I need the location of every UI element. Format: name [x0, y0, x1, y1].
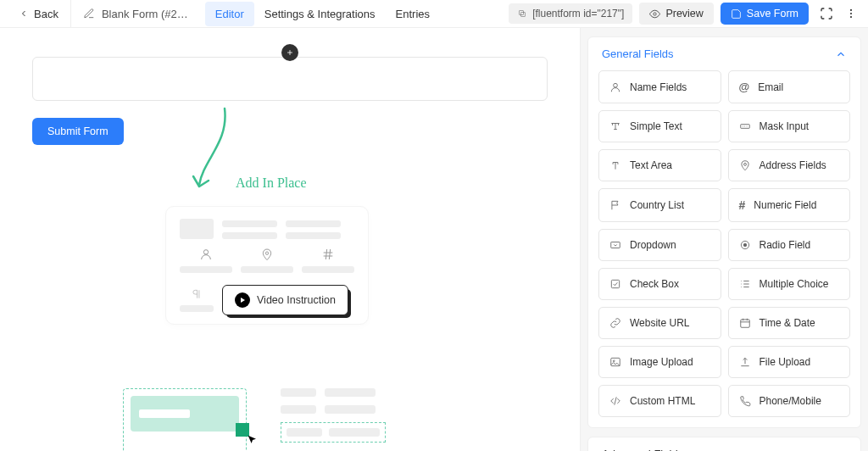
- chevron-down-icon: [835, 448, 847, 452]
- field-item-phone-mobile[interactable]: Phone/Mobile: [728, 385, 851, 417]
- user-icon: [609, 81, 621, 93]
- svg-point-5: [850, 16, 852, 18]
- back-label: Back: [34, 8, 58, 20]
- preview-card: Video Instruction: [165, 206, 369, 325]
- svg-point-7: [265, 252, 268, 254]
- field-item-file-upload[interactable]: File Upload: [728, 346, 851, 378]
- tab-entries[interactable]: Entries: [386, 2, 440, 26]
- save-icon: [731, 8, 742, 19]
- upload-icon: [739, 356, 751, 368]
- field-item-time-date[interactable]: Time & Date: [728, 307, 851, 339]
- svg-point-17: [613, 360, 615, 362]
- field-item-image-upload[interactable]: Image Upload: [598, 346, 721, 378]
- preview-button[interactable]: Preview: [639, 3, 713, 25]
- at-icon: @: [739, 81, 750, 93]
- link-icon: [609, 317, 621, 329]
- editor-canvas[interactable]: Submit Form Add In Place Video Instructi…: [0, 28, 580, 451]
- tab-editor[interactable]: Editor: [205, 2, 254, 26]
- svg-rect-0: [521, 13, 526, 17]
- pin-icon: [739, 159, 751, 171]
- svg-rect-11: [611, 242, 620, 248]
- general-fields-title: General Fields: [602, 47, 674, 60]
- form-drop-area[interactable]: [32, 57, 548, 101]
- back-button[interactable]: Back: [7, 0, 71, 27]
- copy-icon: [517, 8, 527, 19]
- top-tabs: Editor Settings & Integrations Entries: [205, 2, 440, 26]
- play-icon: [235, 292, 250, 308]
- video-label: Video Instruction: [257, 294, 336, 306]
- field-item-address-fields[interactable]: Address Fields: [728, 149, 851, 181]
- expand-icon: [820, 7, 833, 20]
- annotation-arrow: [186, 100, 237, 204]
- general-fields-header[interactable]: General Fields: [588, 37, 860, 70]
- plus-icon: [286, 48, 294, 57]
- paragraph-icon: [191, 288, 203, 300]
- preview-label: Preview: [665, 8, 703, 19]
- save-form-button[interactable]: Save Form: [721, 3, 809, 25]
- text-icon: [609, 120, 621, 132]
- list-icon: [739, 278, 751, 290]
- svg-point-8: [614, 83, 618, 87]
- chevron-up-icon: [835, 48, 847, 60]
- svg-rect-14: [611, 280, 619, 287]
- form-title: Blank Form (#2…: [102, 8, 188, 20]
- more-vertical-icon: [845, 8, 857, 19]
- edit-icon: [83, 8, 95, 19]
- field-item-email[interactable]: @Email: [728, 70, 851, 103]
- field-item-custom-html[interactable]: Custom HTML: [598, 385, 721, 417]
- advanced-fields-title: Advanced Fields: [602, 448, 683, 451]
- svg-point-4: [850, 13, 852, 14]
- eye-icon: [649, 8, 660, 19]
- field-item-radio-field[interactable]: Radio Field: [728, 229, 851, 261]
- add-field-button[interactable]: [281, 44, 298, 61]
- textarea-icon: [609, 159, 621, 171]
- shortcode-copy[interactable]: [fluentform id="217"]: [509, 3, 632, 24]
- field-item-dropdown[interactable]: Dropdown: [598, 229, 721, 261]
- user-icon: [199, 248, 213, 261]
- svg-rect-15: [740, 320, 749, 327]
- field-item-website-url[interactable]: Website URL: [598, 307, 721, 339]
- svg-rect-1: [520, 11, 524, 15]
- radio-icon: [739, 239, 751, 251]
- field-item-multiple-choice[interactable]: Multiple Choice: [728, 268, 851, 300]
- annotation-text: Add In Place: [236, 175, 307, 191]
- field-item-text-area[interactable]: Text Area: [598, 149, 721, 181]
- field-item-mask-input[interactable]: Mask Input: [728, 110, 851, 142]
- dropdown-icon: [609, 239, 621, 251]
- field-item-name-fields[interactable]: Name Fields: [598, 70, 721, 103]
- code-icon: [609, 395, 621, 407]
- svg-point-2: [654, 12, 656, 14]
- pin-icon: [260, 248, 274, 261]
- hash-icon: #: [739, 198, 746, 212]
- svg-point-10: [743, 163, 746, 165]
- svg-point-13: [743, 243, 747, 247]
- top-bar: Back Blank Form (#2… Editor Settings & I…: [0, 0, 868, 28]
- form-title-button[interactable]: Blank Form (#2…: [71, 0, 200, 27]
- phone-icon: [739, 395, 751, 407]
- flag-icon: [609, 199, 621, 211]
- more-options-button[interactable]: [844, 3, 858, 25]
- calendar-icon: [739, 317, 751, 329]
- svg-point-6: [203, 250, 208, 254]
- advanced-fields-header[interactable]: Advanced Fields: [588, 437, 860, 451]
- hash-icon: [321, 248, 335, 261]
- fields-sidebar: General Fields Name Fields@EmailSimple T…: [580, 28, 868, 451]
- svg-point-3: [850, 9, 852, 11]
- field-item-numeric-field[interactable]: #Numeric Field: [728, 188, 851, 222]
- field-item-simple-text[interactable]: Simple Text: [598, 110, 721, 142]
- field-item-country-list[interactable]: Country List: [598, 188, 721, 222]
- submit-form-button[interactable]: Submit Form: [32, 118, 124, 145]
- fullscreen-button[interactable]: [815, 3, 837, 25]
- check-icon: [609, 278, 621, 290]
- save-label: Save Form: [747, 8, 798, 19]
- video-instruction-button[interactable]: Video Instruction: [222, 285, 348, 315]
- arrow-left-icon: [19, 8, 29, 19]
- shortcode-text: [fluentform id="217"]: [532, 8, 624, 19]
- mask-icon: [739, 120, 751, 132]
- cursor-icon: [246, 433, 259, 447]
- tab-settings[interactable]: Settings & Integrations: [254, 2, 386, 26]
- field-item-check-box[interactable]: Check Box: [598, 268, 721, 300]
- lower-preview: [123, 388, 386, 451]
- image-icon: [609, 356, 621, 368]
